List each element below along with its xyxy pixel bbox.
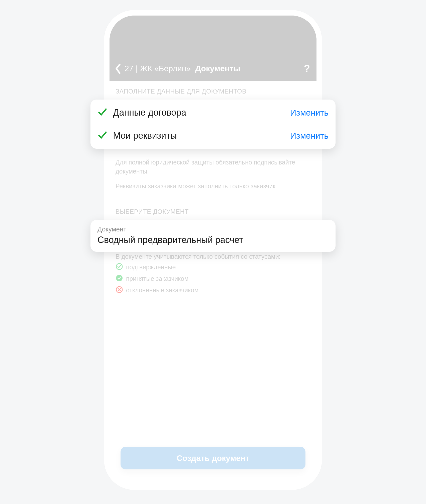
check-icon: [97, 107, 108, 118]
page-title: Документы: [195, 64, 240, 73]
button-label: Создать документ: [177, 454, 249, 463]
edit-link[interactable]: Изменить: [290, 131, 329, 141]
fill-data-card: Данные договора Изменить Мои реквизиты И…: [90, 100, 336, 149]
status-cross-icon: [116, 286, 123, 295]
status-label: отклоненные заказчиком: [126, 287, 198, 294]
fill-info-block: Для полной юридической защиты обязательн…: [116, 158, 310, 191]
fill-row-label: Мои реквизиты: [113, 130, 290, 141]
document-field-label: Документ: [97, 225, 329, 233]
edit-link[interactable]: Изменить: [290, 108, 329, 118]
back-icon[interactable]: [115, 64, 122, 74]
info-text: Реквизиты заказчика может заполнить толь…: [116, 182, 310, 191]
fill-row-label: Данные договора: [113, 107, 290, 118]
help-icon[interactable]: ?: [304, 63, 310, 74]
status-check-filled-icon: [116, 274, 123, 283]
app-header: 27 | ЖК «Берлин» Документы ?: [110, 16, 316, 81]
check-icon: [97, 130, 108, 141]
status-label: подтвержденные: [126, 264, 176, 271]
section-fill-label: ЗАПОЛНИТЕ ДАННЫЕ ДЛЯ ДОКУМЕНТОВ: [116, 88, 310, 95]
document-field-value: Сводный предварительный расчет: [97, 235, 329, 245]
status-label: принятые заказчиком: [126, 275, 188, 282]
status-check-icon: [116, 263, 123, 272]
create-document-button[interactable]: Создать документ: [121, 447, 305, 469]
phone-screen: 27 | ЖК «Берлин» Документы ? ЗАПОЛНИТЕ Д…: [110, 16, 316, 484]
status-intro: В документе учитываются только события с…: [116, 253, 310, 260]
status-row-accepted: принятые заказчиком: [116, 274, 310, 283]
status-row-confirmed: подтвержденные: [116, 263, 310, 272]
phone-frame: 27 | ЖК «Берлин» Документы ? ЗАПОЛНИТЕ Д…: [104, 10, 322, 490]
content-area: ЗАПОЛНИТЕ ДАННЫЕ ДЛЯ ДОКУМЕНТОВ Данные д…: [110, 81, 316, 295]
breadcrumb[interactable]: 27 | ЖК «Берлин»: [125, 64, 191, 73]
fill-row-requisites[interactable]: Мои реквизиты Изменить: [97, 124, 329, 147]
fill-row-contract[interactable]: Данные договора Изменить: [97, 101, 329, 124]
status-row-rejected: отклоненные заказчиком: [116, 286, 310, 295]
status-info-block: В документе учитываются только события с…: [116, 253, 310, 295]
document-select-card[interactable]: Документ Сводный предварительный расчет: [90, 220, 336, 252]
info-text: Для полной юридической защиты обязательн…: [116, 158, 310, 176]
section-doc-label: ВЫБЕРИТЕ ДОКУМЕНТ: [116, 208, 310, 215]
